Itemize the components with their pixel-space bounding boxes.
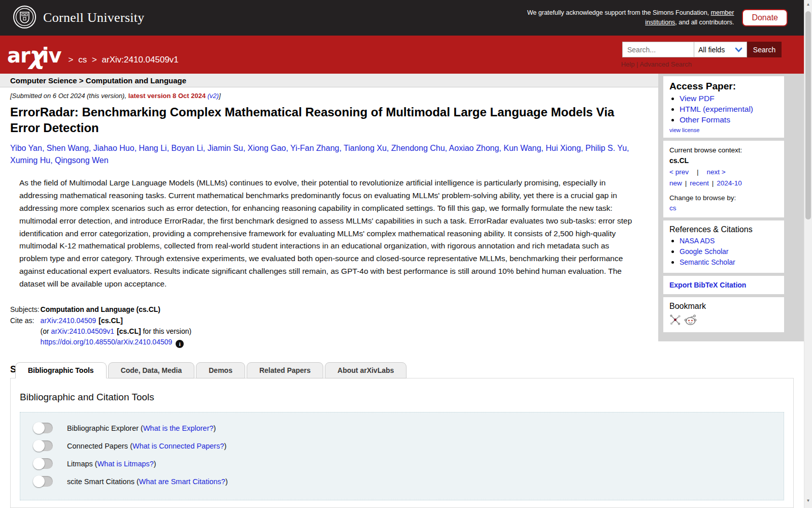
google-scholar-link[interactable]: Google Scholar	[680, 247, 729, 256]
new-link[interactable]: new	[669, 179, 682, 187]
connected-papers-toggle[interactable]	[33, 440, 53, 451]
tool-text-close: )	[225, 478, 228, 486]
author-link[interactable]: Yibo Yan	[10, 144, 42, 152]
advanced-search-link[interactable]: Advanced Search	[639, 60, 692, 68]
author-link[interactable]: Kun Wang	[503, 144, 541, 152]
change-browse-label: Change to browse by:	[669, 193, 778, 203]
author-link[interactable]: Zhendong Chu	[391, 144, 445, 152]
browse-context-box: Current browse context: cs.CL < prev|nex…	[663, 141, 784, 217]
list-item: View PDF	[680, 94, 778, 103]
bibliographic-explorer-toggle[interactable]	[33, 423, 53, 433]
nasa-ads-link[interactable]: NASA ADS	[680, 237, 715, 245]
search-field-select[interactable]: All fields	[694, 42, 747, 57]
divider: |	[697, 168, 699, 176]
cite-version-link[interactable]: arXiv:2410.04509v1	[51, 327, 115, 335]
what-is-explorer-link[interactable]: What is the Explorer?	[143, 424, 214, 432]
sidebar: Access Paper: View PDF HTML (experimenta…	[658, 74, 804, 341]
search-button[interactable]: Search	[747, 42, 782, 57]
scrollbar-thumb[interactable]	[805, 11, 811, 219]
doi-link[interactable]: https://doi.org/10.48550/arXiv.2410.0450…	[41, 338, 173, 346]
tab-related-papers[interactable]: Related Papers	[247, 362, 323, 378]
author-link[interactable]: Shen Wang	[47, 144, 89, 152]
view-license-link[interactable]: view license	[669, 127, 699, 133]
author-separator: ,	[581, 144, 586, 152]
tab-demos[interactable]: Demos	[196, 362, 245, 378]
other-formats-link[interactable]: Other Formats	[680, 115, 730, 124]
author-link[interactable]: Yi-Fan Zhang	[290, 144, 339, 152]
cite-alt-suffix: for this version)	[141, 327, 192, 335]
author-link[interactable]: Qingsong Wen	[55, 156, 109, 165]
what-is-connected-papers-link[interactable]: What is Connected Papers?	[132, 442, 224, 450]
cite-arxiv-link[interactable]: arXiv:2410.04509	[41, 316, 96, 325]
next-link[interactable]: next >	[706, 168, 725, 176]
bibsonomy-icon[interactable]	[669, 314, 681, 328]
references-title: References & Citations	[669, 225, 778, 234]
what-is-litmaps-link[interactable]: What is Litmaps?	[97, 460, 154, 468]
scite-smart-citations-toggle[interactable]	[33, 476, 53, 487]
tab-bibliographic-tools[interactable]: Bibliographic Tools	[15, 362, 107, 378]
recent-link[interactable]: recent	[690, 179, 709, 187]
author-separator: ,	[499, 144, 503, 152]
month-link[interactable]: 2024-10	[717, 179, 742, 187]
author-separator: ,	[89, 144, 93, 152]
author-link[interactable]: Jiahao Huo	[93, 144, 134, 152]
breadcrumb-cs-link[interactable]: cs	[78, 55, 87, 65]
litmaps-toggle[interactable]	[33, 458, 53, 469]
donate-button[interactable]: Donate	[742, 9, 788, 26]
reddit-icon[interactable]	[684, 314, 697, 328]
page: Cornell University We gratefully acknowl…	[0, 0, 812, 508]
arxiv-logo[interactable]: arχiv	[7, 40, 61, 68]
tool-row: Connected Papers (What is Connected Pape…	[33, 440, 776, 451]
tool-label: Connected Papers (What is Connected Pape…	[67, 442, 226, 450]
breadcrumb-separator: >	[68, 55, 73, 65]
semantic-scholar-link[interactable]: Semantic Scholar	[680, 258, 735, 266]
browse-context-value: cs.CL	[669, 155, 778, 166]
view-pdf-link[interactable]: View PDF	[680, 94, 715, 103]
tab-code-data-media[interactable]: Code, Data, Media	[108, 362, 195, 378]
author-link[interactable]: Boyan Li	[172, 144, 203, 152]
logo-chi: χ	[28, 41, 44, 70]
bibliographic-tools-panel: Bibliographic and Citation Tools Bibliog…	[10, 378, 794, 508]
author-separator: ,	[387, 144, 391, 152]
author-link[interactable]: Xiong Gao	[248, 144, 286, 152]
abstract-text: As the field of Multimodal Large Languag…	[19, 177, 635, 290]
tool-text-close: )	[214, 424, 216, 432]
browse-cs-link[interactable]: cs	[669, 204, 676, 212]
html-experimental-link[interactable]: HTML (experimental)	[680, 105, 753, 113]
tool-text-close: )	[154, 460, 156, 468]
author-separator: ,	[167, 144, 172, 152]
info-icon[interactable]: i	[176, 340, 184, 348]
browse-context-label: Current browse context:	[669, 145, 778, 155]
author-separator: ,	[203, 144, 208, 152]
author-link[interactable]: Jiamin Su	[208, 144, 243, 152]
author-link[interactable]: Hui Xiong	[546, 144, 581, 152]
help-link[interactable]: Help	[621, 60, 635, 68]
divider: |	[712, 179, 714, 187]
tab-about-arxivlabs[interactable]: About arXivLabs	[325, 362, 407, 378]
v2-version-link[interactable]: (v2)	[208, 92, 219, 100]
scrollbar-up-icon[interactable]: ▲	[804, 2, 812, 7]
search-input[interactable]	[622, 42, 694, 57]
page-scrollbar[interactable]: ▲ ▼	[804, 0, 812, 508]
tool-text: Litmaps (	[67, 460, 97, 468]
breadcrumb-separator: >	[92, 55, 97, 65]
export-bibtex-link[interactable]: Export BibTeX Citation	[669, 281, 746, 289]
author-link[interactable]: Aoxiao Zhong	[449, 144, 499, 152]
help-divider: |	[636, 60, 638, 68]
what-are-smart-citations-link[interactable]: What are Smart Citations?	[139, 478, 225, 486]
author-link[interactable]: Xuming Hu	[10, 156, 50, 165]
author-link[interactable]: Tianlong Xu	[344, 144, 387, 152]
latest-version-link[interactable]: latest version 8 Oct 2024	[128, 92, 206, 100]
author-link[interactable]: Philip S. Yu	[586, 144, 627, 152]
cornell-logo[interactable]: Cornell University	[13, 5, 145, 31]
tool-text-close: )	[224, 442, 227, 450]
scrollbar-down-icon[interactable]: ▼	[804, 498, 812, 503]
labs-tabs-region: Bibliographic Tools Code, Data, Media De…	[10, 362, 794, 508]
author-link[interactable]: Hang Li	[139, 144, 167, 152]
arxiv-banner: arχiv > cs > arXiv:2410.04509v1 All fiel…	[0, 36, 812, 74]
author-separator: ,	[541, 144, 546, 152]
panel-title: Bibliographic and Citation Tools	[20, 392, 784, 403]
prev-link[interactable]: < prev	[669, 168, 689, 176]
author-separator: ,	[445, 144, 449, 152]
listing-links-row: new|recent|2024-10	[669, 178, 778, 188]
